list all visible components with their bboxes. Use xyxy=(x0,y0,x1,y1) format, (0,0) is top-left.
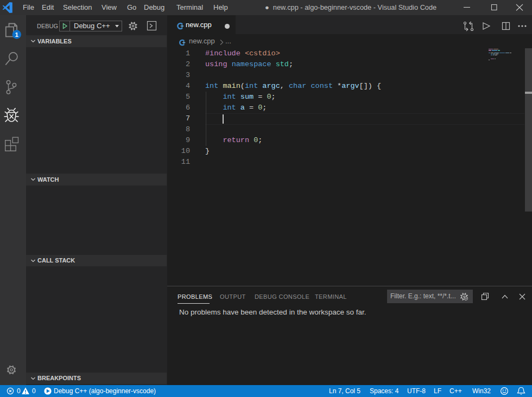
svg-text:1: 1 xyxy=(15,31,19,38)
